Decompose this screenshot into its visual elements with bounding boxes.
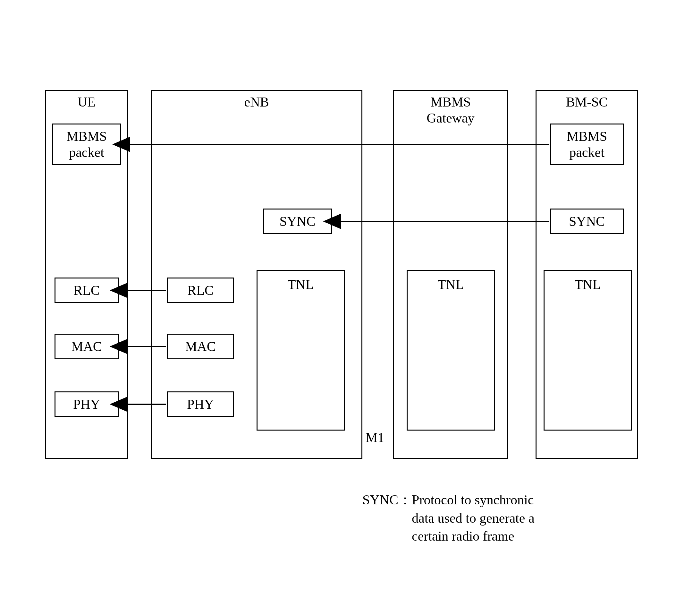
sync-footnote: SYNC：Protocol to synchronic SYNC：data us… bbox=[362, 491, 651, 545]
bmsc-tnl-label: TNL bbox=[575, 277, 601, 292]
footnote-text3: certain radio frame bbox=[412, 529, 514, 544]
ue-rlc-label: RLC bbox=[73, 282, 100, 299]
enb-mac-box: MAC bbox=[167, 334, 234, 359]
ue-phy-box: PHY bbox=[54, 391, 119, 417]
enb-rlc-box: RLC bbox=[167, 278, 234, 303]
enb-tnl-box: TNL bbox=[256, 270, 345, 431]
footnote-text1: Protocol to synchronic bbox=[412, 492, 534, 507]
enb-phy-label: PHY bbox=[187, 396, 214, 412]
ue-phy-label: PHY bbox=[73, 396, 100, 412]
enb-mac-label: MAC bbox=[185, 338, 216, 354]
mbms-gw-tnl-label: TNL bbox=[438, 277, 464, 292]
protocol-stack-diagram: UE MBMS packet RLC MAC PHY eNB SYNC RLC … bbox=[45, 90, 641, 539]
footnote-label: SYNC： bbox=[362, 492, 412, 507]
mbms-gw-tnl-box: TNL bbox=[407, 270, 495, 431]
m1-interface-label: M1 bbox=[366, 430, 384, 445]
ue-mac-box: MAC bbox=[54, 334, 119, 359]
bmsc-sync-label: SYNC bbox=[569, 213, 605, 229]
bmsc-sync-box: SYNC bbox=[550, 208, 624, 234]
mbms-gateway-title: MBMS Gateway bbox=[394, 91, 507, 126]
bmsc-mbms-packet-box: MBMS packet bbox=[550, 124, 624, 165]
ue-rlc-box: RLC bbox=[54, 278, 119, 303]
enb-title: eNB bbox=[152, 91, 361, 110]
bmsc-mbms-packet-label: MBMS packet bbox=[567, 128, 607, 161]
ue-title: UE bbox=[46, 91, 127, 110]
enb-tnl-label: TNL bbox=[288, 277, 314, 292]
footnote-text2: data used to generate a bbox=[412, 511, 534, 526]
enb-rlc-label: RLC bbox=[187, 282, 213, 299]
ue-mac-label: MAC bbox=[71, 338, 102, 354]
bmsc-tnl-box: TNL bbox=[544, 270, 632, 431]
enb-sync-label: SYNC bbox=[279, 213, 315, 229]
enb-sync-box: SYNC bbox=[263, 208, 332, 234]
ue-mbms-packet-box: MBMS packet bbox=[52, 124, 121, 165]
bmsc-title: BM-SC bbox=[536, 91, 637, 110]
enb-phy-box: PHY bbox=[167, 391, 234, 417]
ue-mbms-packet-label: MBMS packet bbox=[66, 128, 107, 161]
